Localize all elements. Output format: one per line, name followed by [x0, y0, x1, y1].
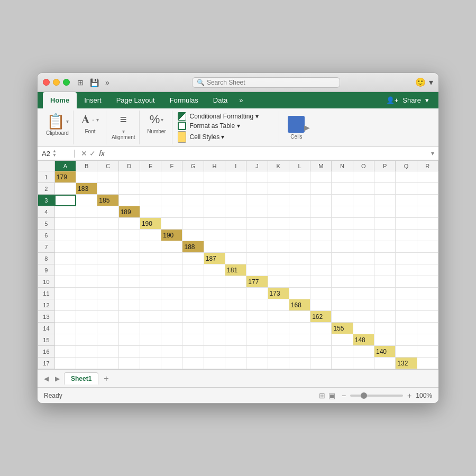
table-row[interactable]	[161, 195, 182, 206]
table-row[interactable]	[268, 323, 289, 334]
table-row[interactable]	[204, 299, 225, 311]
table-row[interactable]	[204, 183, 225, 195]
table-row[interactable]	[310, 288, 332, 299]
table-row[interactable]	[140, 323, 161, 334]
table-row[interactable]	[204, 241, 225, 253]
table-row[interactable]	[140, 195, 161, 206]
table-row[interactable]	[289, 346, 310, 358]
ribbon-more-tabs[interactable]: »	[235, 92, 247, 108]
table-row[interactable]	[396, 346, 417, 358]
table-row[interactable]	[268, 183, 289, 195]
table-row[interactable]	[396, 218, 417, 230]
table-row[interactable]	[225, 358, 246, 369]
table-row[interactable]	[289, 264, 310, 276]
row-header-8[interactable]: 8	[38, 253, 55, 264]
table-row[interactable]	[182, 206, 204, 218]
cells-expand-icon[interactable]: ▶	[304, 123, 310, 132]
table-row[interactable]: 190	[140, 218, 161, 230]
table-row[interactable]	[396, 241, 417, 253]
table-row[interactable]	[140, 171, 161, 183]
table-row[interactable]	[225, 288, 246, 299]
table-row[interactable]	[118, 276, 140, 288]
table-row[interactable]	[118, 346, 140, 358]
table-row[interactable]	[332, 171, 353, 183]
table-row[interactable]	[54, 206, 76, 218]
table-row[interactable]	[204, 206, 225, 218]
table-row[interactable]	[97, 346, 118, 358]
col-header-M[interactable]: M	[310, 161, 332, 171]
table-row[interactable]	[417, 253, 438, 264]
table-row[interactable]	[268, 253, 289, 264]
conditional-formatting-button[interactable]: Conditional Formatting ▾	[178, 112, 274, 121]
table-row[interactable]	[332, 253, 353, 264]
table-row[interactable]	[54, 358, 76, 369]
col-header-Q[interactable]: Q	[396, 161, 417, 171]
table-row[interactable]	[417, 195, 438, 206]
table-row[interactable]	[140, 183, 161, 195]
table-row[interactable]	[54, 253, 76, 264]
table-row[interactable]	[118, 323, 140, 334]
table-row[interactable]	[374, 334, 396, 346]
search-input[interactable]	[207, 79, 335, 86]
table-row[interactable]	[76, 288, 97, 299]
table-row[interactable]	[118, 288, 140, 299]
row-header-4[interactable]: 4	[38, 206, 55, 218]
row-header-1[interactable]: 1	[38, 171, 55, 183]
table-row[interactable]: 187	[204, 253, 225, 264]
col-header-N[interactable]: N	[332, 161, 353, 171]
table-row[interactable]	[417, 241, 438, 253]
col-header-R[interactable]: R	[417, 161, 438, 171]
table-row[interactable]	[204, 323, 225, 334]
cell-styles-button[interactable]: Cell Styles ▾	[178, 131, 274, 143]
tab-home[interactable]: Home	[43, 92, 77, 108]
share-button[interactable]: 👤+ Share ▾	[382, 92, 433, 108]
table-row[interactable]	[396, 183, 417, 195]
table-row[interactable]	[417, 206, 438, 218]
table-row[interactable]	[396, 288, 417, 299]
close-button[interactable]	[43, 79, 50, 86]
table-row[interactable]	[204, 346, 225, 358]
table-row[interactable]	[374, 311, 396, 323]
table-row[interactable]	[332, 195, 353, 206]
table-row[interactable]	[140, 276, 161, 288]
table-row[interactable]	[246, 299, 268, 311]
table-row[interactable]	[225, 241, 246, 253]
table-row[interactable]	[268, 334, 289, 346]
table-row[interactable]	[310, 195, 332, 206]
table-row[interactable]	[225, 183, 246, 195]
table-row[interactable]	[161, 241, 182, 253]
table-row[interactable]	[289, 241, 310, 253]
table-row[interactable]	[204, 288, 225, 299]
table-row[interactable]	[161, 311, 182, 323]
table-row[interactable]	[289, 206, 310, 218]
col-header-P[interactable]: P	[374, 161, 396, 171]
table-row[interactable]	[118, 299, 140, 311]
table-row[interactable]	[310, 334, 332, 346]
table-row[interactable]	[161, 334, 182, 346]
table-row[interactable]	[268, 195, 289, 206]
table-row[interactable]	[289, 253, 310, 264]
clipboard-button[interactable]: 📋	[47, 113, 65, 130]
table-row[interactable]	[204, 171, 225, 183]
table-row[interactable]	[118, 311, 140, 323]
table-row[interactable]	[54, 276, 76, 288]
table-row[interactable]	[246, 346, 268, 358]
table-row[interactable]	[289, 230, 310, 241]
table-row[interactable]	[118, 218, 140, 230]
col-header-D[interactable]: D	[118, 161, 140, 171]
row-header-3[interactable]: 3	[38, 195, 55, 206]
table-row[interactable]	[161, 183, 182, 195]
table-row[interactable]	[161, 299, 182, 311]
zoom-in-button[interactable]: +	[407, 391, 411, 400]
table-row[interactable]	[54, 346, 76, 358]
table-row[interactable]	[396, 299, 417, 311]
table-row[interactable]	[54, 218, 76, 230]
table-row[interactable]: 162	[310, 311, 332, 323]
table-row[interactable]	[140, 253, 161, 264]
table-row[interactable]	[353, 218, 374, 230]
table-row[interactable]	[182, 288, 204, 299]
table-row[interactable]	[396, 171, 417, 183]
table-row[interactable]	[396, 264, 417, 276]
table-row[interactable]	[54, 264, 76, 276]
row-header-5[interactable]: 5	[38, 218, 55, 230]
